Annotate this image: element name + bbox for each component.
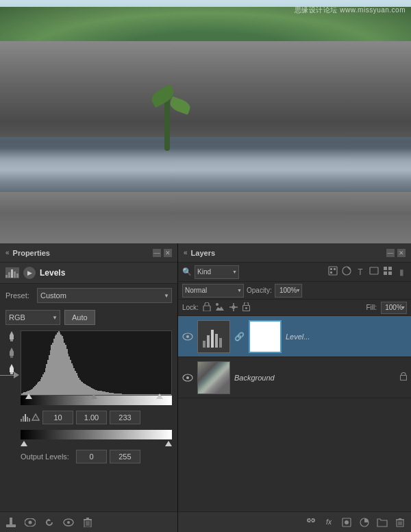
properties-double-arrow: « bbox=[5, 249, 10, 256]
fill-label: Fill: bbox=[366, 304, 377, 311]
group-layers-btn[interactable] bbox=[375, 516, 389, 529]
levels-title: Levels bbox=[40, 268, 65, 278]
svg-rect-44 bbox=[203, 341, 206, 348]
link-layers-btn[interactable] bbox=[304, 516, 318, 529]
svg-rect-36 bbox=[388, 271, 392, 275]
mid-input-handle[interactable] bbox=[90, 394, 97, 399]
svg-rect-23 bbox=[86, 518, 89, 519]
channel-select[interactable]: RGB Red Green Blue bbox=[5, 310, 60, 325]
white-input-field[interactable]: 233 bbox=[110, 411, 140, 424]
adjustment-layer-btn[interactable] bbox=[358, 516, 371, 529]
fx-btn[interactable]: fx bbox=[322, 516, 336, 529]
layers-collapse-btn[interactable]: — bbox=[386, 249, 395, 257]
output-section bbox=[0, 427, 177, 448]
search-icon: 🔍 bbox=[182, 267, 192, 276]
svg-rect-34 bbox=[388, 267, 392, 270]
layers-title: Layers bbox=[191, 249, 215, 257]
eye-btn[interactable] bbox=[62, 516, 75, 529]
layer-name-levels: Level... bbox=[286, 332, 407, 341]
lock-image-icon[interactable] bbox=[215, 302, 225, 313]
lock-position-icon[interactable] bbox=[229, 302, 238, 313]
svg-rect-30 bbox=[330, 271, 332, 274]
svg-rect-47 bbox=[215, 334, 218, 348]
delete-layer-btn[interactable] bbox=[393, 516, 407, 529]
layer-thumb-levels bbox=[197, 320, 230, 353]
warning-icon: ! bbox=[32, 413, 40, 422]
delete-btn[interactable] bbox=[81, 516, 95, 529]
layer-lock-icon bbox=[400, 372, 407, 383]
history-btn[interactable] bbox=[42, 516, 56, 529]
layer-mask-levels bbox=[249, 320, 282, 353]
svg-point-20 bbox=[67, 521, 70, 524]
layers-header: « Layers — ✕ bbox=[178, 243, 411, 263]
svg-rect-48 bbox=[219, 338, 222, 348]
preset-select[interactable]: Custom Default Darker Increase Contrast … bbox=[37, 288, 172, 303]
black-input-handle[interactable] bbox=[25, 394, 32, 399]
output-white-field[interactable]: 255 bbox=[110, 450, 140, 463]
output-labels-row: Output Levels: 0 255 bbox=[0, 448, 177, 466]
layers-title-row: « Layers bbox=[184, 249, 215, 257]
svg-rect-45 bbox=[207, 335, 210, 348]
layer-row-levels[interactable]: 🔗 Level... bbox=[178, 316, 411, 357]
svg-text:!: ! bbox=[36, 416, 37, 420]
blend-select-wrapper: Normal Dissolve Multiply Screen Overlay … bbox=[182, 284, 244, 298]
svg-rect-28 bbox=[330, 268, 332, 270]
type-filter-icon[interactable]: T bbox=[355, 267, 366, 277]
layers-close-btn[interactable]: ✕ bbox=[397, 249, 406, 257]
layer-visibility-levels[interactable] bbox=[182, 331, 193, 342]
opacity-input[interactable]: 100% bbox=[275, 284, 302, 298]
arrow-right-icon bbox=[14, 372, 19, 378]
new-layer-btn[interactable] bbox=[4, 516, 18, 529]
layer-row-background[interactable]: Background bbox=[178, 357, 411, 398]
mask-btn[interactable] bbox=[340, 516, 353, 529]
smart-filter-icon[interactable] bbox=[382, 266, 393, 278]
properties-close-btn[interactable]: ✕ bbox=[164, 249, 172, 257]
white-input-handle[interactable] bbox=[156, 394, 163, 399]
svg-rect-32 bbox=[370, 267, 378, 274]
svg-rect-10 bbox=[25, 414, 26, 422]
lock-transparent-icon[interactable] bbox=[203, 302, 211, 313]
svg-rect-16 bbox=[10, 518, 12, 524]
slider-handles bbox=[21, 394, 172, 399]
plant-stem bbox=[164, 96, 170, 151]
panels-area: « Properties — ✕ ▶ Level bbox=[0, 243, 411, 532]
fill-input[interactable]: 100% bbox=[381, 302, 407, 314]
opacity-label: Opacity: bbox=[247, 287, 272, 294]
output-white-handle[interactable] bbox=[165, 441, 172, 446]
svg-rect-5 bbox=[10, 339, 13, 341]
svg-rect-15 bbox=[6, 524, 16, 527]
black-input-field[interactable]: 10 bbox=[42, 411, 73, 424]
adjustment-filter-icon[interactable] bbox=[341, 266, 352, 278]
mid-input-field[interactable]: 1.00 bbox=[76, 411, 107, 424]
layers-spacer bbox=[178, 398, 411, 511]
svg-rect-12 bbox=[29, 418, 30, 422]
shape-filter-icon[interactable] bbox=[369, 267, 379, 277]
output-black-field[interactable]: 0 bbox=[76, 450, 107, 463]
svg-point-43 bbox=[186, 335, 189, 338]
pixel-filter-icon[interactable] bbox=[327, 266, 338, 278]
filter-select[interactable]: Kind Name Effect Mode Attribute Color bbox=[195, 265, 239, 279]
gray-point-eyedropper[interactable] bbox=[5, 347, 18, 359]
svg-rect-4 bbox=[16, 274, 18, 278]
auto-button[interactable]: Auto bbox=[64, 310, 95, 325]
layer-visibility-background[interactable] bbox=[182, 372, 193, 383]
blend-mode-select[interactable]: Normal Dissolve Multiply Screen Overlay bbox=[182, 284, 244, 298]
watermark: 思缘设计论坛 www.missyuan.com bbox=[295, 5, 406, 15]
layers-controls: — ✕ bbox=[386, 249, 406, 257]
black-point-eyedropper[interactable] bbox=[5, 330, 18, 343]
arrow-indicator bbox=[0, 372, 19, 378]
visibility-btn[interactable] bbox=[23, 516, 37, 529]
output-gradient bbox=[21, 430, 172, 439]
rgb-select-wrapper: RGB Red Green Blue ▼ bbox=[5, 310, 60, 325]
properties-collapse-btn[interactable]: — bbox=[153, 249, 161, 257]
svg-rect-27 bbox=[329, 267, 337, 275]
properties-controls: — ✕ bbox=[153, 249, 172, 257]
enabled-filter-toggle[interactable]: ▮ bbox=[396, 267, 407, 277]
svg-rect-33 bbox=[384, 267, 387, 270]
output-black-handle[interactable] bbox=[21, 441, 27, 446]
lock-all-icon[interactable] bbox=[242, 302, 250, 313]
histogram-display bbox=[21, 330, 172, 396]
fill-wrapper: 100% ▼ bbox=[381, 302, 407, 314]
preset-label: Preset: bbox=[5, 291, 33, 300]
lock-label: Lock: bbox=[182, 304, 199, 311]
